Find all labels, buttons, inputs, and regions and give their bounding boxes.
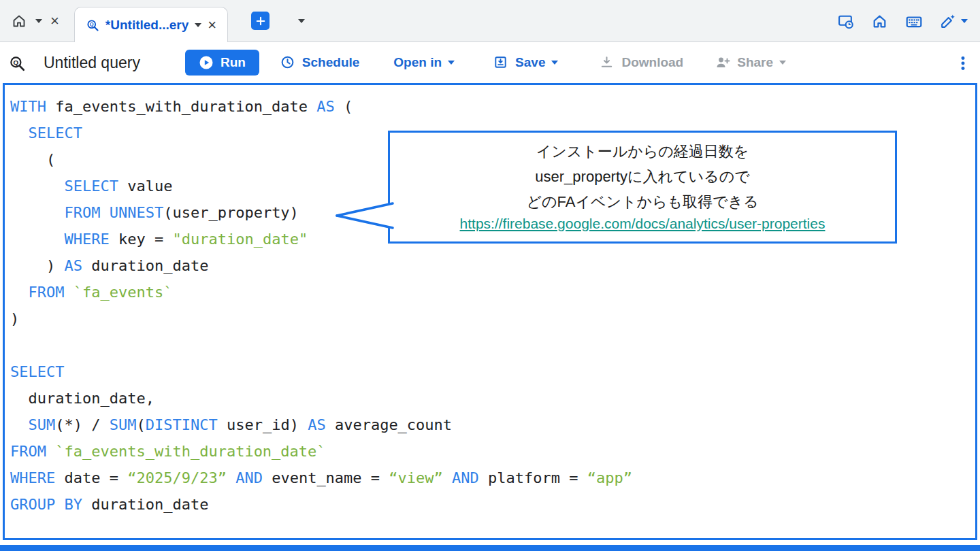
magic-pen-icon[interactable] (939, 13, 956, 29)
annotation-callout: インストールからの経過日数を user_propertyに入れているので どのF… (388, 131, 897, 244)
home-chevron-down-icon[interactable] (35, 19, 42, 23)
schedule-label: Schedule (302, 55, 359, 70)
callout-text: どのFAイベントからも取得できる (390, 189, 895, 214)
more-vert-icon[interactable] (954, 54, 970, 71)
person-add-icon (715, 54, 731, 71)
plus-icon (255, 15, 267, 27)
new-tab-button[interactable] (251, 12, 270, 30)
play-circle-icon (199, 55, 214, 70)
keyboard-icon[interactable] (905, 13, 921, 29)
svg-text:Q: Q (14, 59, 19, 66)
open-in-button[interactable]: Open in (393, 55, 455, 70)
code-line[interactable]: SELECT (10, 358, 970, 385)
download-label: Download (621, 55, 683, 70)
tab-list-chevron-down-icon[interactable] (298, 19, 305, 23)
share-chevron-down-icon (779, 61, 786, 65)
clock-icon (280, 54, 296, 71)
code-line[interactable]: FROM `fa_events_with_duration_date` (10, 438, 970, 465)
tab-title: *Untitled...ery (105, 18, 189, 33)
download-button[interactable]: Download (599, 54, 683, 71)
run-button[interactable]: Run (185, 50, 259, 76)
bottom-panel-edge[interactable] (0, 545, 980, 551)
callout-link[interactable]: https://firebase.google.com/docs/analyti… (460, 216, 826, 232)
open-in-chevron-down-icon (448, 61, 455, 65)
magic-pen-chevron-down-icon[interactable] (961, 19, 968, 23)
code-line[interactable]: GROUP BY duration_date (10, 491, 970, 518)
share-button[interactable]: Share (715, 54, 786, 71)
panel-clock-icon[interactable] (837, 13, 853, 29)
home-tab-group: × (11, 13, 59, 29)
tab-close-icon[interactable]: × (208, 18, 216, 33)
save-button[interactable]: Save (493, 54, 558, 71)
home-icon[interactable] (11, 13, 27, 29)
code-line[interactable]: SUM(*) / SUM(DISTINCT user_id) AS averag… (10, 412, 970, 438)
callout-tail (333, 201, 395, 231)
home-icon[interactable] (871, 13, 887, 29)
query-magnifier-icon: Q (86, 18, 99, 32)
code-line[interactable]: ) AS duration_date (10, 252, 970, 279)
save-label: Save (515, 55, 545, 70)
sql-editor[interactable]: WITH fa_events_with_duration_date AS ( S… (3, 83, 977, 540)
query-toolbar: Q Untitled query Run Schedule Open in (0, 42, 980, 83)
run-button-label: Run (220, 55, 246, 70)
code-line[interactable]: duration_date, (10, 385, 970, 412)
query-magnifier-icon: Q (8, 54, 24, 71)
save-chevron-down-icon (551, 61, 558, 65)
share-label: Share (737, 55, 773, 70)
tab-chevron-down-icon[interactable] (195, 23, 201, 27)
code-line[interactable] (10, 332, 970, 358)
code-line[interactable]: WHERE date = “2025/9/23” AND event_name … (10, 465, 970, 491)
home-close-icon[interactable]: × (50, 14, 59, 29)
tabbar-right-icons (837, 13, 968, 29)
code-line[interactable]: ) (10, 305, 970, 332)
code-line[interactable]: WITH fa_events_with_duration_date AS ( (10, 93, 970, 120)
callout-text: user_propertyに入れているので (390, 164, 895, 189)
open-in-label: Open in (393, 55, 442, 70)
query-tab[interactable]: Q *Untitled...ery × (74, 7, 228, 42)
code-line[interactable]: FROM `fa_events` (10, 279, 970, 305)
tab-bar: × Q *Untitled...ery × (0, 0, 980, 42)
save-icon (493, 54, 509, 71)
callout-text: インストールからの経過日数を (390, 139, 895, 164)
svg-text:Q: Q (90, 21, 94, 27)
schedule-button[interactable]: Schedule (280, 54, 359, 71)
page-title: Untitled query (44, 54, 140, 72)
download-icon (599, 54, 615, 71)
